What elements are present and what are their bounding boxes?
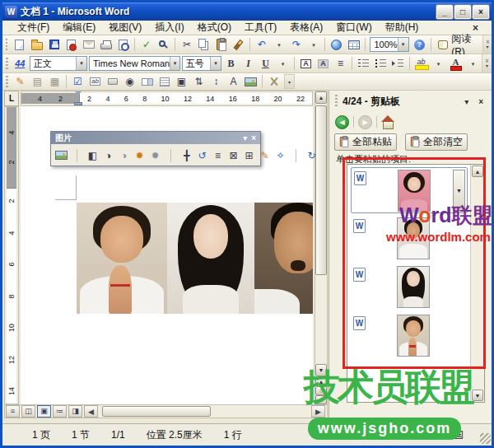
increase-indent-icon[interactable] [389,55,407,72]
browse-previous-icon[interactable]: ▲ [315,377,327,386]
home-icon[interactable] [381,116,394,128]
menu-item[interactable]: 窗口(W) [329,20,378,35]
browse-next-icon[interactable]: ▼ [315,395,327,404]
normal-view-icon[interactable]: ≡ [6,405,20,418]
checkbox-control-icon[interactable]: ☑ [69,73,86,90]
more-controls-icon[interactable] [265,73,282,90]
insert-picture-icon[interactable] [54,147,69,164]
menu-item[interactable]: 表格(A) [283,20,329,35]
document-photo-3[interactable] [254,203,313,314]
highlight-dropdown-icon[interactable]: ▾ [430,55,447,72]
clipboard-list-scrollbar[interactable]: ▲ ▼ [470,165,484,402]
horizontal-ruler[interactable]: 42 246810121416182022 [21,91,313,106]
crop-icon[interactable]: ╋ [179,147,194,164]
font-size-combobox[interactable]: 五号 ▾ [182,56,221,71]
view-code-icon[interactable]: ▦ [46,73,63,90]
numbered-list-icon[interactable] [355,55,372,72]
toolbar-options-chevron[interactable]: »▾ [482,35,492,54]
scroll-left-icon[interactable]: ◀ [84,405,98,418]
toolbar-options-chevron[interactable]: ▾ [284,74,295,89]
style-dropdown-icon[interactable]: ▾ [76,57,86,70]
help-icon[interactable]: ? [411,36,428,53]
zoom-combobox[interactable]: 100% ▾ [370,37,408,52]
list-scroll-up-icon[interactable]: ▲ [472,166,483,177]
scroll-right-icon[interactable]: ▶ [311,405,325,418]
research-icon[interactable] [155,36,172,53]
font-color-dropdown-icon[interactable]: ▾ [464,55,482,72]
menu-item[interactable]: 帮助(H) [379,20,426,35]
font-dropdown-icon[interactable]: ▾ [170,57,179,70]
horizontal-scrollbar-thumb[interactable] [102,406,211,417]
menu-item[interactable]: 工具(T) [238,20,283,35]
redo-dropdown-icon[interactable]: ▾ [305,36,322,53]
save-icon[interactable] [45,36,63,53]
document-photo-1[interactable] [77,203,167,314]
select-browse-object-icon[interactable]: ○ [315,386,327,395]
clipboard-item-2[interactable]: W ▼ [351,216,468,262]
clipboard-item-dropdown-icon[interactable]: ▼ [453,170,465,211]
highlight-icon[interactable]: ab [412,55,430,72]
task-pane-close-icon[interactable]: × [476,97,486,106]
label-control-icon[interactable]: A [225,73,242,90]
resize-grip[interactable] [480,433,491,444]
picture-toolbar-close-icon[interactable]: × [251,133,256,142]
outline-view-icon[interactable]: ≔ [53,405,67,418]
font-color-icon[interactable]: A [447,55,464,72]
read-mode-button[interactable]: 阅读(R) [434,36,482,53]
menu-item[interactable]: 文件(F) [11,20,56,35]
clipboard-item-4[interactable]: W ▼ [351,313,468,359]
redo-icon[interactable]: ↷ [287,36,305,53]
line-style-icon[interactable]: ≡ [210,147,226,164]
picture-toolbar-titlebar[interactable]: 图片 ▾ × [51,132,260,144]
reset-picture-icon[interactable]: ↻ [304,147,319,164]
web-layout-view-icon[interactable]: ◫ [21,405,35,418]
cut-icon[interactable]: ✂ [178,36,195,53]
option-button-icon[interactable]: ◉ [121,73,138,90]
clipboard-item-3[interactable]: W ▼ [351,264,468,310]
undo-icon[interactable]: ↶ [253,36,270,53]
print-preview-icon[interactable] [114,36,132,53]
spelling-check-icon[interactable]: ✓ [137,36,155,53]
more-brightness-icon[interactable]: ✹ [132,147,147,164]
command-button-icon[interactable] [104,73,121,90]
image-control-icon[interactable] [242,73,259,90]
vertical-ruler[interactable]: 42 2468101214 [4,106,19,404]
insert-table-icon[interactable] [345,36,362,53]
set-transparent-color-icon[interactable]: ✧ [273,147,288,164]
character-border-icon[interactable]: A [297,55,315,72]
character-shading-icon[interactable]: A [315,55,332,72]
zoom-dropdown-icon[interactable]: ▾ [398,38,408,51]
clear-all-button[interactable]: ✗ 全部清空 [405,133,468,151]
scroll-down-icon[interactable]: ▼ [315,364,327,376]
hyperlink-icon[interactable] [328,36,345,53]
menu-item[interactable]: 视图(V) [102,20,148,35]
less-brightness-icon[interactable]: ✹ [147,147,163,164]
menu-item[interactable]: 格式(O) [191,20,238,35]
back-icon[interactable]: ◀ [335,115,349,129]
tab-stop-selector[interactable]: L [4,91,19,106]
paste-icon[interactable] [212,36,230,53]
permission-icon[interactable] [63,36,80,53]
listbox-control-icon[interactable] [156,73,173,90]
format-painter-icon[interactable] [230,36,247,53]
left-indent-marker[interactable] [74,102,82,105]
list-scroll-down-icon[interactable]: ▼ [472,390,483,401]
less-contrast-icon[interactable]: ◑ [116,147,132,164]
toggle-button-icon[interactable]: ▣ [173,73,190,90]
underline-dropdown-icon[interactable]: ▾ [274,55,291,72]
undo-dropdown-icon[interactable]: ▾ [270,36,287,53]
textbox-control-icon[interactable]: ab [86,73,104,90]
design-mode-icon[interactable]: ✎ [12,73,29,90]
picture-toolbar-dropdown-icon[interactable]: ▾ [243,133,247,142]
vertical-scrollbar[interactable]: ▲ ▼ ▲ ○ ▼ [315,91,328,404]
style-combobox[interactable]: 正文 ▾ [30,56,87,71]
mail-icon[interactable] [80,36,97,53]
bold-icon[interactable]: B [222,55,240,72]
document-photo-2[interactable] [167,203,254,314]
open-folder-icon[interactable] [28,36,45,53]
text-wrapping-icon[interactable]: ⊞ [241,147,257,164]
menu-item[interactable]: 编辑(E) [56,20,102,35]
scroll-up-icon[interactable]: ▲ [315,91,327,104]
font-combobox[interactable]: Times New Roman ▾ [89,56,180,71]
compress-picture-icon[interactable]: ⊠ [226,147,241,164]
